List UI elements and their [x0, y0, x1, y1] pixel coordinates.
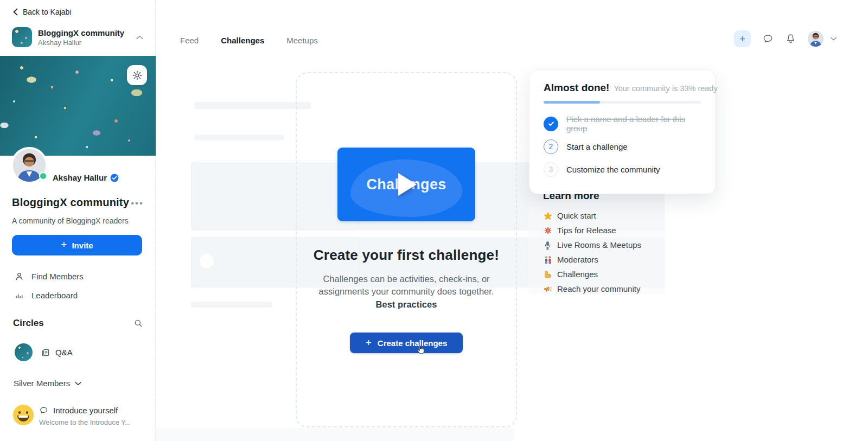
community-avatar	[12, 27, 32, 47]
check-icon	[544, 117, 558, 131]
community-switcher[interactable]: BloggingX community Akshay Hallur	[0, 27, 155, 47]
learn-link-label: Moderators	[557, 255, 598, 264]
best-practices-link[interactable]: Best practices	[376, 299, 437, 309]
page-title: Create your first challenge!	[314, 247, 499, 264]
back-to-kajabi-link[interactable]: Back to Kajabi	[0, 0, 155, 16]
gear-icon	[132, 70, 143, 81]
app-window: Back to Kajabi BloggingX community Aksha…	[0, 0, 868, 441]
star-icon	[543, 211, 552, 220]
burst-icon	[543, 226, 552, 235]
chat-bubble-icon	[39, 406, 48, 415]
learn-link-reach-community[interactable]: Reach your community	[543, 282, 641, 296]
onboarding-step-3[interactable]: 3 Customize the community	[544, 158, 701, 181]
sidebar-item-leaderboard[interactable]: Leaderboard	[0, 286, 155, 305]
community-title: BloggingX community	[12, 196, 129, 209]
group-toggle-label: Silver Members	[14, 379, 70, 388]
learn-link-live-rooms[interactable]: Live Rooms & Meetups	[543, 238, 641, 252]
flex-arm-icon	[543, 270, 552, 279]
profile-name: Akshay Hallur	[53, 173, 107, 182]
bell-icon	[785, 33, 796, 44]
online-status-dot	[39, 172, 47, 180]
plus-icon: +	[366, 337, 372, 349]
community-name: BloggingX community	[38, 28, 130, 37]
learn-link-label: Live Rooms & Meetups	[557, 240, 641, 250]
nav-item-label: Leaderboard	[31, 291, 78, 300]
microphone-icon	[543, 240, 552, 250]
learn-link-challenges[interactable]: Challenges	[543, 267, 641, 282]
onboarding-card: Almost done! Your community is 33% ready…	[529, 69, 716, 194]
onboarding-title: Almost done!	[544, 82, 609, 94]
learn-more-section: Learn more Quick start Tips for Release …	[543, 190, 641, 296]
tab-challenges[interactable]: Challenges	[220, 33, 265, 48]
learn-link-label: Reach your community	[557, 284, 640, 293]
step-label: Start a challenge	[566, 142, 628, 151]
play-icon[interactable]	[398, 173, 417, 196]
step-number: 3	[544, 162, 558, 177]
header-actions: +	[734, 30, 837, 47]
chat-bubble-icon	[762, 33, 774, 44]
ghost-text-bar	[194, 135, 284, 140]
person-icon	[14, 271, 24, 282]
onboarding-step-2[interactable]: 2 Start a challenge	[544, 135, 701, 158]
footer-item-title: Introduce yourself	[53, 406, 118, 415]
plus-icon: +	[739, 33, 745, 45]
learn-link-quick-start[interactable]: Quick start	[543, 208, 641, 223]
learn-link-tips-for-release[interactable]: Tips for Release	[543, 223, 641, 238]
circle-item-qa[interactable]: Q&A	[15, 343, 73, 361]
search-icon[interactable]	[133, 318, 143, 328]
megaphone-icon	[543, 284, 552, 293]
user-avatar[interactable]	[808, 31, 824, 47]
community-cover-image	[0, 56, 156, 156]
circles-heading: Circles	[13, 318, 44, 329]
plus-icon: +	[61, 239, 67, 251]
sidebar: Back to Kajabi BloggingX community Aksha…	[0, 0, 156, 441]
ghost-text-bar	[191, 302, 272, 308]
onboarding-subtitle: Your community is 33% ready	[614, 84, 717, 93]
step-label: Customize the community	[566, 165, 660, 174]
cta-label: Create challenges	[378, 338, 447, 348]
ghost-bottom-strip	[156, 428, 514, 441]
back-link-label: Back to Kajabi	[23, 8, 72, 16]
challenges-video-thumbnail[interactable]: Challenges	[337, 148, 475, 221]
group-toggle-silver-members[interactable]: Silver Members	[14, 379, 81, 388]
learn-link-label: Challenges	[557, 270, 598, 279]
onboarding-step-1[interactable]: Pick a name and a leader for this group	[544, 112, 701, 135]
learn-link-moderators[interactable]: Moderators	[543, 252, 641, 267]
circle-avatar	[15, 343, 33, 361]
smiley-emoji-avatar	[13, 405, 34, 425]
step-label: Pick a name and a leader for this group	[566, 114, 701, 133]
learn-link-label: Tips for Release	[557, 226, 616, 235]
more-options-icon[interactable]: •••	[131, 196, 144, 208]
nav-item-label: Find Members	[31, 272, 84, 281]
chevron-down-icon	[75, 381, 81, 386]
progress-fill	[544, 101, 600, 104]
footer-item-subtitle: Welcome to the Introduce Y...	[39, 418, 131, 426]
sidebar-item-find-members[interactable]: Find Members	[0, 267, 155, 286]
messages-button[interactable]	[762, 33, 774, 44]
description-text: Challenges can be activities, check-ins,…	[319, 274, 494, 296]
top-tabs: Feed Challenges Meetups	[179, 33, 319, 48]
community-owner: Akshay Hallur	[38, 39, 130, 47]
tab-feed[interactable]: Feed	[179, 33, 200, 48]
invite-label: Invite	[72, 241, 93, 250]
ghost-text-bar	[194, 102, 311, 109]
posts-icon	[41, 348, 50, 357]
create-challenges-button[interactable]: + Create challenges	[350, 333, 463, 353]
circle-label: Q&A	[55, 348, 73, 357]
ghost-circle	[200, 254, 214, 268]
tab-meetups[interactable]: Meetups	[285, 33, 319, 48]
chevron-down-icon[interactable]	[831, 37, 837, 41]
back-chevron-icon	[13, 8, 18, 16]
invite-button[interactable]: + Invite	[12, 235, 142, 255]
community-description: A community of BloggingX readers	[12, 216, 129, 225]
create-post-button[interactable]: +	[734, 30, 751, 47]
settings-button[interactable]	[127, 65, 147, 85]
bar-chart-icon	[14, 290, 24, 301]
progress-bar	[544, 101, 701, 104]
notifications-button[interactable]	[785, 33, 796, 44]
verified-badge-icon	[110, 174, 119, 182]
create-challenge-panel: Challenges Create your first challenge! …	[296, 72, 517, 427]
people-icon	[543, 255, 552, 264]
cursor-hand-icon	[417, 345, 425, 354]
learn-link-label: Quick start	[557, 211, 596, 220]
